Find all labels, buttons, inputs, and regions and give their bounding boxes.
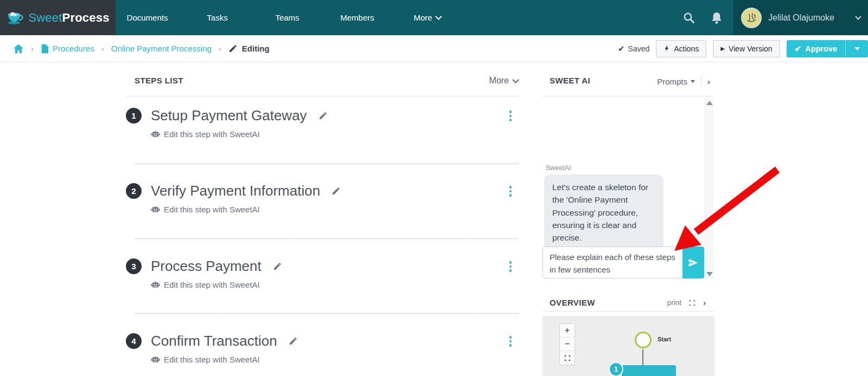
breadcrumb-separator: › bbox=[219, 44, 221, 53]
search-icon[interactable] bbox=[682, 11, 695, 24]
ai-chat-message: Let's create a skeleton for the 'Online … bbox=[544, 174, 663, 250]
edit-title-pencil-icon[interactable] bbox=[331, 186, 341, 196]
step-row-2: 2 Verify Payment Information Edit this s… bbox=[126, 183, 518, 214]
caret-down-icon bbox=[691, 80, 695, 83]
overview-title: OVERVIEW bbox=[542, 298, 595, 307]
chevron-down-icon bbox=[855, 14, 861, 20]
collapse-overview-chevron[interactable]: › bbox=[703, 298, 710, 307]
main-nav-menu: Documents Tasks Teams Members More bbox=[112, 0, 462, 35]
overview-flowchart: + − Start 1 bbox=[542, 316, 714, 376]
expand-icon[interactable] bbox=[688, 299, 696, 307]
nav-item-documents[interactable]: Documents bbox=[112, 0, 182, 35]
edit-title-pencil-icon[interactable] bbox=[273, 262, 282, 271]
step-separator bbox=[135, 164, 518, 164]
edit-title-pencil-icon[interactable] bbox=[289, 336, 298, 346]
step-title[interactable]: Verify Payment Information bbox=[151, 183, 320, 199]
zoom-out-button[interactable]: − bbox=[560, 338, 575, 351]
edit-step-with-sweetai[interactable]: Edit this step with SweetAI bbox=[151, 355, 518, 364]
steps-more-menu[interactable]: More bbox=[489, 76, 518, 86]
chat-scrollbar[interactable] bbox=[705, 99, 713, 278]
chat-sender-label: SweetAI bbox=[546, 164, 571, 172]
robot-icon bbox=[151, 355, 160, 364]
edit-title-pencil-icon[interactable] bbox=[318, 111, 328, 120]
flowchart-step-node-badge[interactable]: 1 bbox=[609, 362, 623, 376]
step-number-badge: 3 bbox=[126, 258, 142, 274]
flowchart-start-label: Start bbox=[658, 336, 671, 342]
scroll-down-arrow[interactable] bbox=[706, 272, 713, 276]
sweet-ai-header: SWEET AI Prompts › bbox=[542, 76, 714, 96]
pencil-icon bbox=[228, 44, 238, 53]
breadcrumb-bar: › Procedures › Online Payment Processing… bbox=[0, 35, 868, 62]
notifications-bell-icon[interactable] bbox=[711, 11, 723, 24]
nav-item-tasks[interactable]: Tasks bbox=[182, 0, 252, 35]
prompts-dropdown[interactable]: Prompts bbox=[657, 77, 695, 86]
zoom-in-button[interactable]: + bbox=[560, 324, 575, 338]
breadcrumb-procedures[interactable]: Procedures bbox=[41, 44, 94, 54]
chevron-down-icon bbox=[512, 76, 519, 83]
check-icon: ✔ bbox=[795, 44, 802, 54]
divider bbox=[701, 76, 701, 87]
sweet-ai-title: SWEET AI bbox=[542, 76, 590, 85]
actions-button[interactable]: Actions bbox=[656, 40, 706, 57]
step-row-4: 4 Confirm Transaction Edit this step wit… bbox=[126, 333, 518, 364]
saved-status: ✔ Saved bbox=[618, 44, 649, 54]
approve-button[interactable]: ✔ Approve bbox=[787, 40, 845, 57]
breadcrumb-editing-status: Editing bbox=[228, 44, 270, 53]
breadcrumb-separator: › bbox=[101, 44, 104, 53]
caret-down-icon bbox=[854, 47, 860, 50]
check-icon: ✔ bbox=[618, 44, 625, 54]
step-options-menu[interactable] bbox=[507, 184, 514, 199]
step-options-menu[interactable] bbox=[507, 108, 514, 124]
edit-step-with-sweetai[interactable]: Edit this step with SweetAI bbox=[151, 280, 518, 289]
approve-dropdown-toggle[interactable] bbox=[845, 40, 868, 57]
robot-icon bbox=[151, 130, 160, 138]
step-separator bbox=[135, 313, 518, 314]
user-name: Jelilat Olajumoke bbox=[768, 13, 850, 23]
robot-icon bbox=[151, 281, 160, 289]
view-version-button[interactable]: ▶ View Version bbox=[713, 40, 780, 57]
scroll-up-arrow[interactable] bbox=[706, 101, 713, 105]
nav-item-teams[interactable]: Teams bbox=[252, 0, 322, 35]
nav-icon-group bbox=[682, 0, 723, 35]
approve-split-button: ✔ Approve bbox=[787, 40, 868, 57]
fullscreen-icon bbox=[564, 355, 571, 361]
overview-header: OVERVIEW print › bbox=[542, 294, 714, 312]
chat-input[interactable]: Please explain each of these steps in fe… bbox=[542, 247, 682, 278]
lightning-icon bbox=[663, 44, 670, 53]
nav-item-more[interactable]: More bbox=[392, 0, 462, 35]
collapse-panel-chevron[interactable]: › bbox=[707, 77, 714, 86]
step-options-menu[interactable] bbox=[507, 334, 514, 349]
sweetprocess-app: SweetProcess Documents Tasks Teams Membe… bbox=[0, 0, 868, 376]
step-title[interactable]: Setup Payment Gateway bbox=[151, 107, 307, 124]
play-icon: ▶ bbox=[720, 46, 725, 51]
step-options-menu[interactable] bbox=[507, 259, 514, 274]
step-row-1: 1 Setup Payment Gateway Edit this step w… bbox=[126, 107, 518, 139]
steps-list-section: STEPS LIST More 1 Setup Payment Gateway … bbox=[126, 76, 518, 376]
flowchart-step-node-bar[interactable] bbox=[622, 365, 676, 376]
home-icon[interactable] bbox=[13, 44, 24, 54]
edit-step-with-sweetai[interactable]: Edit this step with SweetAI bbox=[151, 205, 518, 214]
chevron-down-icon bbox=[435, 13, 442, 20]
edit-step-with-sweetai[interactable]: Edit this step with SweetAI bbox=[151, 129, 518, 139]
step-row-3: 3 Process Payment Edit this step with Sw… bbox=[126, 258, 518, 289]
step-title[interactable]: Process Payment bbox=[151, 258, 261, 275]
fit-screen-button[interactable] bbox=[560, 351, 575, 365]
breadcrumb: › Procedures › Online Payment Processing… bbox=[13, 35, 270, 62]
flowchart-start-node[interactable] bbox=[635, 332, 652, 348]
print-link[interactable]: print bbox=[667, 299, 681, 307]
step-separator bbox=[135, 238, 518, 239]
user-menu[interactable]: Jelilat Olajumoke bbox=[733, 0, 868, 35]
teacup-logo-icon bbox=[6, 10, 24, 26]
nav-item-members[interactable]: Members bbox=[322, 0, 392, 35]
step-number-badge: 1 bbox=[126, 108, 142, 124]
sweet-ai-panel: SWEET AI Prompts › SweetAI Let's create … bbox=[542, 76, 714, 376]
step-title[interactable]: Confirm Transaction bbox=[151, 333, 277, 349]
brand-wordmark: SweetProcess bbox=[28, 11, 109, 25]
sweetprocess-logo[interactable]: SweetProcess bbox=[0, 0, 116, 35]
chat-input-row: Please explain each of these steps in fe… bbox=[542, 247, 704, 278]
send-button[interactable] bbox=[682, 247, 704, 278]
breadcrumb-procedure-name[interactable]: Online Payment Processing bbox=[111, 44, 212, 53]
paper-plane-icon bbox=[688, 257, 699, 268]
breadcrumb-separator: › bbox=[31, 44, 34, 53]
document-icon bbox=[41, 44, 49, 54]
